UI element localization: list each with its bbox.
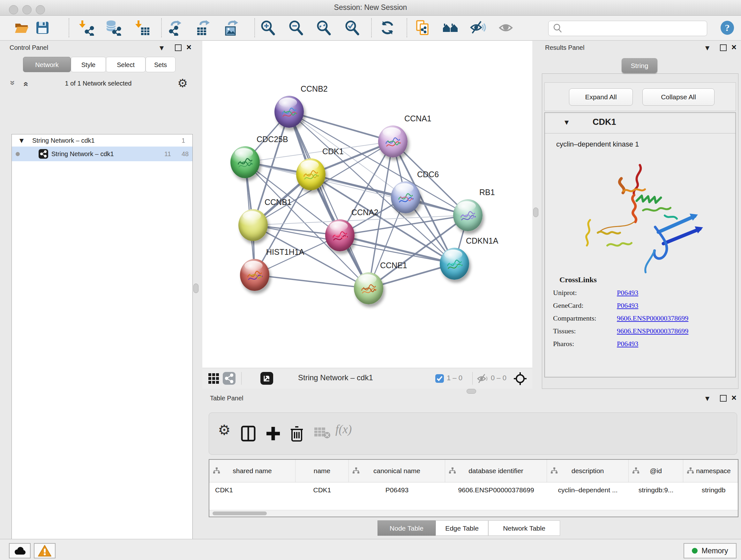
crosslink-link[interactable]: P06493 [617, 289, 638, 297]
delete-table-icon[interactable] [314, 426, 330, 441]
network-node-CDKN1A[interactable] [440, 248, 469, 280]
tab-network[interactable]: Network [23, 57, 71, 72]
network-node-CCNB2[interactable] [274, 96, 304, 128]
create-column-icon[interactable] [266, 426, 280, 443]
cell-namespace[interactable]: stringdb [683, 482, 738, 498]
panel-collapse-icon[interactable]: ▼ [705, 45, 710, 51]
cell-@id[interactable]: stringdb:9... [629, 482, 683, 498]
save-session-icon[interactable] [35, 20, 51, 36]
zoom-out-icon[interactable] [288, 20, 304, 36]
memory-button[interactable]: Memory [684, 543, 737, 558]
zoom-in-icon[interactable] [260, 20, 276, 36]
expand-all-button[interactable]: Expand All [569, 88, 633, 106]
search-input[interactable] [565, 24, 707, 33]
import-network-file-icon[interactable] [78, 20, 94, 36]
collapse-protein-icon[interactable]: ▼ [564, 119, 569, 125]
show-all-eye-icon[interactable] [498, 20, 515, 36]
crosslink-link[interactable]: P06493 [617, 301, 638, 309]
column-header-shared-name[interactable]: shared name [209, 460, 295, 482]
help-icon[interactable]: ? [720, 20, 736, 37]
delete-column-trash-icon[interactable] [289, 426, 304, 443]
edge-CCNB2-CCNE1[interactable] [289, 112, 368, 288]
horizontal-splitter-handle[interactable] [467, 389, 476, 394]
panel-close-icon[interactable]: × [186, 44, 192, 51]
birds-eye-view-icon[interactable] [514, 372, 527, 387]
import-network-database-icon[interactable] [105, 20, 121, 36]
edge-CDK1-RB1[interactable] [311, 174, 468, 215]
cell-database-identifier[interactable]: 9606.ENSP00000378699 [445, 482, 547, 498]
zoom-selected-icon[interactable] [344, 20, 360, 36]
table-horizontal-scrollbar[interactable] [209, 510, 738, 516]
import-table-file-icon[interactable] [135, 20, 151, 36]
function-builder-fx-icon[interactable]: f(x) [335, 422, 352, 436]
panel-float-icon[interactable] [175, 44, 182, 51]
column-header-canonical-name[interactable]: canonical name [349, 460, 445, 482]
network-node-CDC25B[interactable] [230, 146, 260, 178]
network-node-CCNB1[interactable] [239, 209, 268, 241]
network-node-CCNE1[interactable] [354, 272, 383, 304]
collapse-all-networks-icon[interactable]: » [8, 80, 17, 85]
column-header-name[interactable]: name [295, 460, 349, 482]
detach-view-icon[interactable] [260, 372, 273, 385]
cell-name[interactable]: CDK1 [295, 482, 349, 498]
right-splitter-handle[interactable] [533, 207, 538, 217]
network-node-CCNA1[interactable] [378, 125, 408, 158]
tab-sets[interactable]: Sets [145, 57, 176, 72]
show-columns-icon[interactable] [241, 426, 256, 443]
clone-network-icon[interactable] [415, 20, 431, 36]
network-collection-row[interactable]: ▼ String Network – cdk1 1 [12, 134, 192, 146]
cell-description[interactable]: cyclin–dependent ... [547, 482, 629, 498]
cell-canonical-name[interactable]: P06493 [349, 482, 445, 498]
table-settings-gear-icon[interactable]: ⚙ [218, 422, 230, 438]
network-node-CDK1[interactable] [296, 159, 326, 190]
column-header-namespace[interactable]: namespace [683, 460, 738, 482]
export-image-icon[interactable] [224, 20, 240, 36]
cloud-services-button[interactable] [9, 543, 30, 558]
node-table[interactable]: shared namenamecanonical namedatabase id… [209, 459, 738, 517]
tab-string[interactable]: String [622, 58, 657, 73]
tab-edge-table[interactable]: Edge Table [435, 520, 488, 536]
collapse-all-button[interactable]: Collapse All [643, 88, 715, 106]
edge-HIST1H1A-CCNE1[interactable] [255, 275, 368, 288]
panel-float-icon[interactable] [720, 395, 727, 401]
tab-select[interactable]: Select [106, 57, 145, 72]
network-node-RB1[interactable] [453, 199, 482, 231]
zoom-fit-icon[interactable] [316, 20, 332, 36]
search-box[interactable] [548, 21, 707, 36]
network-node-CCNA2[interactable] [325, 219, 354, 251]
scrollbar-thumb[interactable] [212, 511, 267, 515]
warnings-button[interactable] [34, 543, 56, 558]
crosslink-link[interactable]: 9606.ENSP00000378699 [617, 314, 688, 322]
home-icon[interactable] [442, 20, 458, 36]
panel-collapse-icon[interactable]: ▼ [159, 45, 164, 51]
cell-shared-name[interactable]: CDK1 [209, 482, 295, 498]
selected-nodes-checkbox-icon[interactable] [435, 374, 444, 383]
panel-collapse-icon[interactable]: ▼ [705, 395, 710, 401]
network-row-selected[interactable]: String Network – cdk1 11 48 [12, 146, 192, 161]
open-session-icon[interactable] [14, 20, 30, 36]
panel-close-icon[interactable]: × [731, 44, 737, 51]
export-table-icon[interactable] [195, 20, 211, 36]
hide-selected-eye-slash-icon[interactable] [470, 20, 486, 36]
network-canvas[interactable]: CCNB2CCNA1CDC25BCDK1CDC6RB1CCNB1CCNA2CDK… [202, 41, 532, 368]
column-header-description[interactable]: description [547, 460, 629, 482]
protein-card-header[interactable]: ▼ CDK1 [545, 113, 736, 133]
network-options-gear-icon[interactable]: ⚙ [178, 77, 188, 90]
network-view-icon[interactable] [223, 372, 235, 385]
column-header-@id[interactable]: @id [629, 460, 683, 482]
grid-view-icon[interactable] [207, 372, 220, 386]
network-edges[interactable] [202, 41, 532, 368]
crosslink-link[interactable]: P06493 [617, 340, 638, 348]
export-network-icon[interactable] [168, 20, 184, 36]
tab-style[interactable]: Style [71, 57, 106, 72]
refresh-icon[interactable] [380, 20, 395, 36]
left-splitter-handle[interactable] [193, 284, 199, 293]
network-node-HIST1H1A[interactable] [240, 259, 269, 291]
collection-expander-icon[interactable]: ▼ [19, 134, 23, 146]
panel-close-icon[interactable]: × [731, 395, 737, 401]
crosslink-link[interactable]: 9606.ENSP00000378699 [617, 327, 688, 335]
network-node-CDC6[interactable] [391, 181, 420, 213]
tab-network-table[interactable]: Network Table [488, 520, 560, 536]
panel-float-icon[interactable] [720, 44, 727, 51]
expand-all-networks-icon[interactable]: » [20, 82, 30, 86]
